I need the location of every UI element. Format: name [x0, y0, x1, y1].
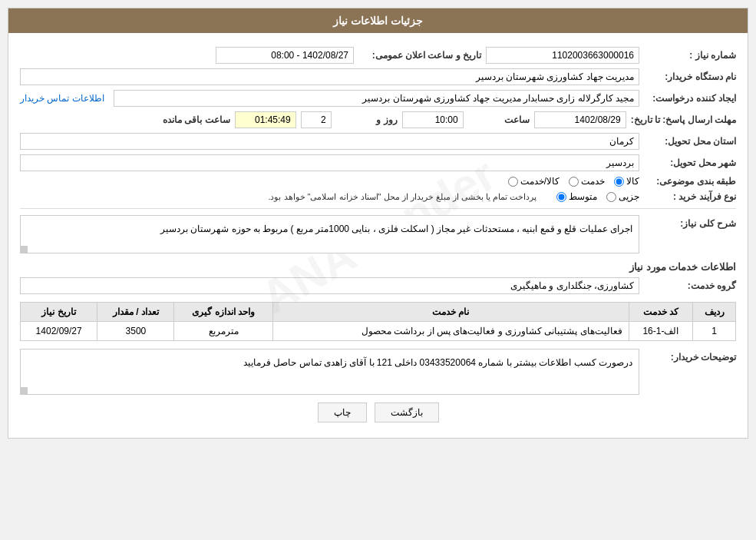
city-label: شهر محل تحویل: [644, 157, 736, 168]
need-number-label: شماره نیاز : [644, 50, 736, 61]
city-value: بردسیر [20, 154, 639, 171]
col-row-num: ردیف [693, 303, 736, 322]
category-radio-group: کالا/خدمت خدمت کالا [508, 176, 639, 187]
deadline-time-label: ساعت [468, 114, 530, 125]
deadline-days-label: روز و [336, 114, 398, 125]
deadline-remaining-label: ساعت باقی مانده [163, 114, 230, 125]
cell-service-code: الف-1-16 [629, 322, 692, 341]
cell-row-num: 1 [693, 322, 736, 341]
col-service-code: کد خدمت [629, 303, 692, 322]
purchase-type-motavasset[interactable]: متوسط [556, 191, 597, 202]
col-unit: واحد اندازه گیری [174, 303, 272, 322]
buyer-name-value: مدیریت جهاد کشاورزی شهرستان بردسیر [20, 68, 639, 85]
services-section-title: اطلاعات خدمات مورد نیاز [20, 261, 736, 273]
deadline-days: 2 [301, 111, 332, 128]
category-label: طبقه بندی موضوعی: [644, 176, 736, 187]
buyer-name-label: نام دستگاه خریدار: [644, 71, 736, 82]
contact-link[interactable]: اطلاعات تماس خریدار [20, 93, 104, 104]
buyer-desc-label: توضیحات خریدار: [644, 352, 736, 363]
buyer-desc-resize-handle [20, 387, 28, 395]
resize-handle [20, 246, 28, 253]
purchase-type-jozi[interactable]: جزیی [606, 191, 639, 202]
creator-value: مجید کارگرلاله زاری حسابدار مدیریت جهاد … [114, 90, 639, 107]
province-value: کرمان [20, 133, 639, 150]
deadline-remaining: 01:45:49 [235, 111, 296, 128]
purchase-note: پرداخت تمام یا بخشی از مبلغ خریدار از مح… [20, 192, 536, 202]
services-table: ردیف کد خدمت نام خدمت واحد اندازه گیری ت… [20, 302, 736, 341]
category-option-kala-khedmat[interactable]: کالا/خدمت [508, 176, 560, 187]
deadline-label: مهلت ارسال پاسخ: تا تاریخ: [631, 114, 736, 125]
buyer-desc-value: درصورت کسب اطلاعات بیشتر با شماره 034335… [20, 349, 639, 395]
service-group-label: گروه خدمت: [644, 280, 736, 291]
back-button[interactable]: بازگشت [375, 403, 439, 422]
need-number-value: 1102003663000016 [486, 47, 639, 64]
category-option-kala[interactable]: کالا [614, 176, 639, 187]
creator-label: ایجاد کننده درخواست: [644, 93, 736, 104]
services-table-section: ردیف کد خدمت نام خدمت واحد اندازه گیری ت… [20, 302, 736, 341]
page-title: جزئیات اطلاعات نیاز [333, 15, 423, 27]
col-service-name: نام خدمت [272, 303, 629, 322]
category-option-khedmat[interactable]: خدمت [569, 176, 605, 187]
button-row: بازگشت چاپ [20, 403, 736, 422]
table-row: 1 الف-1-16 فعالیت‌های پشتیبانی کشاورزی و… [21, 322, 736, 341]
purchase-type-radio-group: متوسط جزیی [556, 191, 639, 202]
col-quantity: تعداد / مقدار [97, 303, 174, 322]
need-description: اجرای عملیات قلع و قمع ابنیه ، مستحدثات … [20, 215, 639, 253]
cell-unit: مترمربع [174, 322, 272, 341]
service-group-value: کشاورزی، جنگلداری و ماهیگیری [20, 277, 639, 294]
date-time-value: 1402/08/27 - 08:00 [216, 47, 354, 64]
need-description-label: شرح کلی نیاز: [644, 218, 736, 229]
cell-quantity: 3500 [97, 322, 174, 341]
cell-date: 1402/09/27 [21, 322, 97, 341]
province-label: استان محل تحویل: [644, 136, 736, 147]
print-button[interactable]: چاپ [318, 403, 367, 422]
date-time-label: تاریخ و ساعت اعلان عمومی: [358, 50, 481, 61]
col-date: تاریخ نیاز [21, 303, 97, 322]
deadline-date: 1402/08/29 [534, 111, 626, 128]
cell-service-name: فعالیت‌های پشتیبانی کشاورزی و فعالیت‌های… [272, 322, 629, 341]
purchase-type-label: نوع فرآیند خرید : [644, 191, 736, 202]
page-header: جزئیات اطلاعات نیاز [8, 8, 748, 33]
deadline-time: 10:00 [402, 111, 464, 128]
